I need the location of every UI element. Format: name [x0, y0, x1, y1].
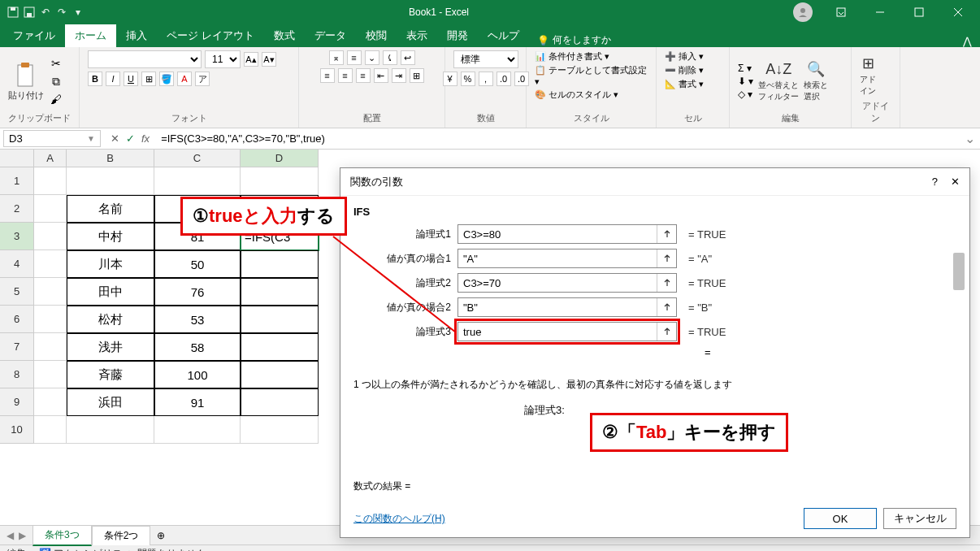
align-right-icon[interactable]: ≡ — [356, 68, 371, 83]
enter-formula-icon[interactable]: ✓ — [126, 132, 135, 145]
cell-B4[interactable]: 川本 — [67, 250, 154, 278]
row-header-9[interactable]: 9 — [0, 388, 34, 416]
row-header-3[interactable]: 3 — [0, 223, 34, 250]
cell-B7[interactable]: 浅井 — [67, 333, 154, 361]
tab-data[interactable]: データ — [305, 24, 356, 47]
border-icon[interactable]: ⊞ — [141, 72, 156, 86]
cell-D9[interactable] — [241, 388, 319, 416]
arg-input-4[interactable] — [458, 323, 657, 341]
insert-cells-button[interactable]: ➕ 挿入 ▾ — [665, 50, 704, 63]
dialog-close-icon[interactable]: ✕ — [951, 176, 960, 188]
tab-formulas[interactable]: 数式 — [264, 24, 305, 47]
cell-A2[interactable] — [34, 195, 67, 223]
cell-A5[interactable] — [34, 278, 67, 306]
cond-format-button[interactable]: 📊 条件付き書式 ▾ — [535, 50, 609, 63]
cell-B3[interactable]: 中村 — [67, 223, 154, 250]
cell-A1[interactable] — [34, 167, 67, 195]
comma-icon[interactable]: , — [479, 72, 493, 86]
cell-C1[interactable] — [154, 167, 241, 195]
sheet-tab-2[interactable]: 条件2つ — [92, 526, 151, 545]
cell-C8[interactable]: 100 — [154, 361, 241, 388]
indent-dec-icon[interactable]: ⇤ — [374, 68, 388, 83]
cell-A10[interactable] — [34, 416, 67, 444]
row-header-5[interactable]: 5 — [0, 278, 34, 306]
fill-color-icon[interactable]: 🪣 — [159, 72, 174, 86]
expand-formula-icon[interactable]: ⌄ — [960, 131, 980, 146]
inc-decimal-icon[interactable]: .0 — [497, 72, 511, 86]
indent-inc-icon[interactable]: ⇥ — [392, 68, 406, 83]
sheet-tab-1[interactable]: 条件3つ — [33, 525, 92, 546]
autosum-icon[interactable]: Σ ▾ — [738, 63, 753, 74]
ok-button[interactable]: OK — [804, 508, 877, 529]
cell-styles-button[interactable]: 🎨 セルのスタイル ▾ — [535, 89, 618, 101]
tab-help[interactable]: ヘルプ — [478, 24, 529, 47]
cell-A6[interactable] — [34, 306, 67, 333]
fill-icon[interactable]: ⬇ ▾ — [738, 76, 753, 87]
ribbon-options-icon[interactable] — [822, 0, 860, 24]
cell-C5[interactable]: 76 — [154, 278, 241, 306]
sheet-nav-next-icon[interactable]: ▶ — [19, 530, 26, 541]
align-center-icon[interactable]: ≡ — [338, 68, 353, 83]
currency-icon[interactable]: ¥ — [443, 72, 457, 86]
tab-view[interactable]: 表示 — [397, 24, 437, 47]
col-header-C[interactable]: C — [154, 150, 241, 167]
cut-icon[interactable]: ✂ — [49, 56, 63, 71]
cell-C7[interactable]: 58 — [154, 333, 241, 361]
tab-review[interactable]: 校閲 — [356, 24, 397, 47]
merge-icon[interactable]: ⊞ — [410, 68, 424, 83]
collapse-icon-3[interactable] — [657, 298, 676, 316]
number-format-select[interactable]: 標準 — [453, 50, 518, 68]
row-header-1[interactable]: 1 — [0, 167, 34, 195]
delete-cells-button[interactable]: ➖ 削除 ▾ — [665, 64, 704, 76]
tab-layout[interactable]: ページ レイアウト — [157, 24, 264, 47]
tab-insert[interactable]: 挿入 — [116, 24, 157, 47]
save-icon[interactable] — [23, 6, 36, 19]
collapse-icon-2[interactable] — [657, 274, 676, 292]
cancel-button[interactable]: キャンセル — [883, 508, 956, 529]
user-avatar[interactable] — [793, 2, 813, 22]
cell-D10[interactable] — [241, 416, 319, 444]
tab-home[interactable]: ホーム — [65, 24, 116, 47]
cell-D8[interactable] — [241, 361, 319, 388]
cell-B5[interactable]: 田中 — [67, 278, 154, 306]
cell-B2[interactable]: 名前 — [67, 195, 154, 223]
cell-C4[interactable]: 50 — [154, 250, 241, 278]
bold-button[interactable]: B — [88, 72, 102, 86]
autosave-icon[interactable] — [7, 6, 20, 19]
undo-icon[interactable]: ↶ — [39, 6, 52, 19]
chevron-down-icon[interactable]: ▼ — [87, 134, 95, 143]
paste-button[interactable]: 貼り付け — [8, 62, 44, 102]
cell-C6[interactable]: 53 — [154, 306, 241, 333]
cell-A7[interactable] — [34, 333, 67, 361]
tab-developer[interactable]: 開発 — [437, 24, 478, 47]
orientation-icon[interactable]: ⤹ — [383, 50, 397, 65]
select-all-corner[interactable] — [0, 150, 34, 167]
row-header-6[interactable]: 6 — [0, 306, 34, 333]
row-header-2[interactable]: 2 — [0, 195, 34, 223]
tell-me[interactable]: 💡 何をしますか — [529, 33, 619, 47]
cell-D7[interactable] — [241, 333, 319, 361]
arg-input-0[interactable] — [458, 225, 657, 243]
arg-input-1[interactable] — [458, 249, 657, 267]
format-cells-button[interactable]: 📐 書式 ▾ — [665, 78, 704, 90]
cancel-formula-icon[interactable]: ✕ — [111, 132, 119, 145]
cell-B9[interactable]: 浜田 — [67, 388, 154, 416]
cell-B8[interactable]: 斉藤 — [67, 361, 154, 388]
row-header-8[interactable]: 8 — [0, 361, 34, 388]
cell-D1[interactable] — [241, 167, 319, 195]
cell-B6[interactable]: 松村 — [67, 306, 154, 333]
row-header-4[interactable]: 4 — [0, 250, 34, 278]
font-family-select[interactable] — [88, 50, 202, 68]
arg-input-2[interactable] — [458, 274, 657, 292]
align-left-icon[interactable]: ≡ — [320, 68, 335, 83]
maximize-button[interactable] — [900, 0, 938, 24]
align-middle-icon[interactable]: ≡ — [347, 50, 362, 65]
wrap-text-icon[interactable]: ↩ — [401, 50, 415, 65]
dialog-help-link[interactable]: この関数のヘルプ(H) — [353, 512, 445, 526]
redo-icon[interactable]: ↷ — [55, 6, 68, 19]
font-size-select[interactable]: 11 — [205, 50, 241, 68]
italic-button[interactable]: I — [106, 72, 120, 86]
percent-icon[interactable]: % — [461, 72, 475, 86]
name-box[interactable]: D3▼ — [3, 130, 101, 147]
cell-B10[interactable] — [67, 416, 154, 444]
